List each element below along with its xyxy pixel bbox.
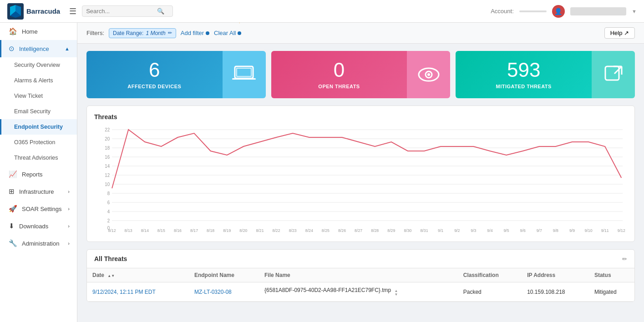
filename-sort-arrows[interactable]: ▲▼ bbox=[395, 289, 398, 297]
affected-devices-label: Affected Devices bbox=[127, 84, 181, 89]
reports-label: Reports bbox=[22, 171, 43, 178]
svg-text:8/25: 8/25 bbox=[322, 228, 330, 233]
view-ticket-label: View Ticket bbox=[14, 93, 43, 99]
search-icon[interactable]: 🔍 bbox=[157, 8, 164, 15]
open-threats-icon-panel bbox=[407, 51, 450, 98]
svg-text:20: 20 bbox=[105, 136, 110, 141]
infrastructure-label: Infrastructure bbox=[19, 188, 54, 195]
svg-text:8/16: 8/16 bbox=[174, 228, 182, 233]
sidebar-item-alarms-alerts[interactable]: Alarms & Alerts bbox=[0, 73, 77, 88]
alarms-alerts-label: Alarms & Alerts bbox=[14, 77, 53, 84]
search-box: 🔍 bbox=[82, 5, 173, 17]
cell-status: Mitigated bbox=[589, 282, 634, 302]
add-filter-label: Add filter bbox=[181, 30, 204, 36]
date-sort-icon[interactable]: ▲▼ bbox=[107, 274, 115, 278]
table-edit-icon[interactable]: ✏ bbox=[622, 256, 627, 262]
col-endpoint-label: Endpoint Name bbox=[194, 272, 234, 278]
svg-text:12: 12 bbox=[105, 173, 110, 178]
affected-devices-main: 6 Affected Devices bbox=[86, 51, 223, 98]
o365-protection-label: O365 Protection bbox=[14, 139, 55, 146]
svg-text:8/18: 8/18 bbox=[207, 228, 214, 233]
search-input[interactable] bbox=[86, 8, 154, 15]
sidebar-item-email-security[interactable]: Email Security bbox=[0, 104, 77, 119]
mitigated-threats-label: Mitigated Threats bbox=[496, 84, 551, 89]
email-security-label: Email Security bbox=[14, 108, 51, 115]
date-link[interactable]: 9/12/2024, 12:11 PM EDT bbox=[92, 289, 156, 295]
dropdown-chevron[interactable]: ▼ bbox=[632, 9, 637, 14]
barracuda-logo-icon bbox=[7, 3, 24, 20]
security-overview-label: Security Overview bbox=[14, 62, 60, 68]
sidebar-item-administration[interactable]: 🔧 Administration › bbox=[0, 235, 77, 252]
brand-logo: Barracuda bbox=[7, 3, 60, 20]
help-button[interactable]: Help ↗ bbox=[604, 27, 635, 39]
svg-text:9/6: 9/6 bbox=[520, 228, 526, 233]
clear-all-dot bbox=[238, 31, 241, 35]
sidebar-item-reports[interactable]: 📈 Reports bbox=[0, 166, 77, 183]
svg-text:8/23: 8/23 bbox=[289, 228, 297, 233]
downloads-chevron: › bbox=[68, 223, 70, 229]
svg-text:8/28: 8/28 bbox=[371, 228, 379, 233]
sidebar-item-threat-advisories[interactable]: Threat Advisories bbox=[0, 150, 77, 166]
sidebar-item-infrastructure[interactable]: ⊞ Infrastructure › bbox=[0, 183, 77, 200]
main-content: Filters: Date Range: 1 Month ✏ Add filte… bbox=[77, 23, 644, 322]
infrastructure-icon: ⊞ bbox=[9, 187, 15, 196]
svg-point-10 bbox=[427, 73, 430, 76]
sidebar-item-o365-protection[interactable]: O365 Protection bbox=[0, 135, 77, 150]
svg-rect-7 bbox=[232, 78, 256, 80]
table-thead: Date ▲▼ Endpoint Name File Name Classifi… bbox=[87, 268, 634, 282]
sidebar-item-security-overview[interactable]: Security Overview bbox=[0, 57, 77, 73]
eye-icon bbox=[417, 66, 441, 83]
threats-chart-section: Threats 22 20 bbox=[86, 106, 635, 242]
help-label: Help ↗ bbox=[610, 30, 629, 36]
sidebar-item-view-ticket[interactable]: View Ticket bbox=[0, 88, 77, 104]
svg-text:9/5: 9/5 bbox=[503, 228, 509, 233]
open-threats-label: Open Threats bbox=[318, 84, 360, 89]
filter-add-button[interactable]: Add filter bbox=[181, 30, 209, 36]
sidebar-item-endpoint-security[interactable]: Endpoint Security bbox=[0, 119, 77, 135]
svg-text:16: 16 bbox=[105, 155, 110, 160]
hamburger-button[interactable]: ☰ bbox=[69, 6, 76, 16]
sidebar-item-intelligence[interactable]: ⊙ Intelligence ▲ bbox=[0, 40, 77, 57]
svg-text:14: 14 bbox=[105, 164, 110, 169]
cell-endpoint: MZ-LT-0320-08 bbox=[189, 282, 259, 302]
svg-text:8/19: 8/19 bbox=[223, 228, 231, 233]
table-row: 9/12/2024, 12:11 PM EDT MZ-LT-0320-08 {6… bbox=[87, 282, 634, 302]
col-filename: File Name bbox=[259, 268, 458, 282]
reports-icon: 📈 bbox=[9, 170, 17, 178]
sidebar-item-home[interactable]: 🏠 Home bbox=[0, 23, 77, 40]
filter-date-range-tag[interactable]: Date Range: 1 Month ✏ bbox=[109, 28, 176, 38]
threat-advisories-label: Threat Advisories bbox=[14, 155, 58, 161]
endpoint-link[interactable]: MZ-LT-0320-08 bbox=[194, 289, 232, 295]
svg-text:9/4: 9/4 bbox=[487, 228, 492, 233]
affected-devices-number: 6 bbox=[149, 60, 160, 80]
table-title: All Threats bbox=[94, 255, 127, 262]
user-name bbox=[570, 7, 626, 15]
col-status: Status bbox=[589, 268, 634, 282]
sidebar: 🏠 Home ⊙ Intelligence ▲ Security Overvie… bbox=[0, 23, 77, 322]
svg-text:8/12: 8/12 bbox=[108, 228, 116, 233]
affected-devices-icon-panel bbox=[223, 51, 266, 98]
svg-text:2: 2 bbox=[107, 218, 110, 223]
svg-text:18: 18 bbox=[105, 146, 110, 151]
sidebar-intelligence-label: Intelligence bbox=[19, 45, 49, 52]
svg-text:4: 4 bbox=[107, 209, 110, 214]
col-classification-label: Classification bbox=[463, 272, 499, 278]
svg-text:8/27: 8/27 bbox=[355, 228, 362, 233]
filter-edit-icon[interactable]: ✏ bbox=[168, 30, 172, 36]
col-classification: Classification bbox=[458, 268, 522, 282]
svg-text:9/7: 9/7 bbox=[537, 228, 542, 233]
svg-text:8/29: 8/29 bbox=[387, 228, 395, 233]
add-filter-dot bbox=[206, 31, 209, 35]
mitigated-threats-main: 593 Mitigated Threats bbox=[456, 51, 592, 98]
affected-devices-card: 6 Affected Devices bbox=[86, 51, 266, 98]
svg-text:8/30: 8/30 bbox=[404, 228, 411, 233]
user-avatar[interactable]: 👤 bbox=[552, 5, 565, 18]
stats-row: 6 Affected Devices 0 Open Threats bbox=[77, 44, 644, 98]
downloads-icon: ⬇ bbox=[9, 222, 15, 230]
sidebar-item-soar-settings[interactable]: 🚀 SOAR Settings › bbox=[0, 200, 77, 217]
mitigated-threats-card: 593 Mitigated Threats bbox=[456, 51, 635, 98]
filter-date-label: Date Range: bbox=[113, 30, 143, 36]
sidebar-item-downloads[interactable]: ⬇ Downloads › bbox=[0, 217, 77, 235]
soar-chevron: › bbox=[68, 206, 70, 211]
filter-clear-button[interactable]: Clear All bbox=[214, 30, 241, 36]
